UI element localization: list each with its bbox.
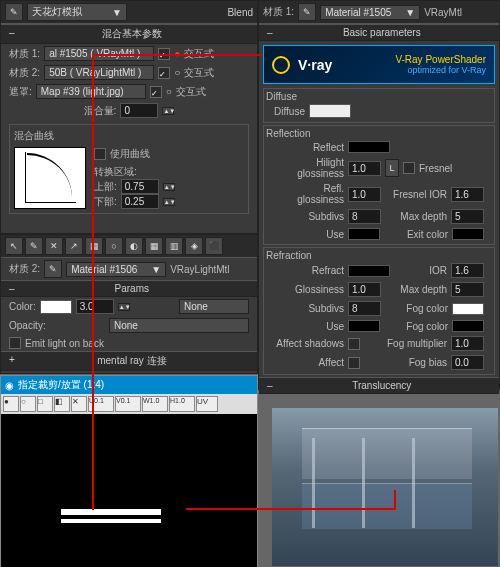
annotation-line <box>186 508 396 510</box>
material-name-dropdown[interactable]: Material #1505▼ <box>320 5 420 20</box>
blend-title: 天花灯模拟 <box>32 5 82 19</box>
crop-viewport[interactable] <box>1 414 257 567</box>
blend-basic-section[interactable]: – 混合基本参数 <box>1 24 257 44</box>
color-map-slot[interactable]: None <box>179 299 249 314</box>
light-strip <box>61 519 161 523</box>
annotation-line <box>394 490 396 510</box>
annotation-line <box>92 54 94 510</box>
color-swatch[interactable] <box>40 300 72 314</box>
crop-titlebar[interactable]: ◉ 指定裁剪/放置 (1:4) <box>1 376 257 394</box>
upper-input[interactable]: 0.75 <box>121 179 159 194</box>
x-icon[interactable]: ✕ <box>45 237 63 255</box>
opacity-map-slot[interactable]: None <box>109 318 249 333</box>
crop-toolbar: ● ○ □ ◧ ✕ U0.1 V0.1 W1.0 H1.0 UV <box>1 394 257 414</box>
mask-label: 遮罩: <box>9 85 32 99</box>
vraylight-toolbar: ↖ ✎ ✕ ↗ ▦ ○ ◐ ▦ ▥ ◈ ⬛ <box>1 235 257 258</box>
emit-back-check[interactable] <box>9 337 21 349</box>
color-mult-input[interactable]: 3.0 <box>76 299 114 314</box>
vray-circle-icon <box>272 56 290 74</box>
dropper-icon[interactable]: ✎ <box>298 3 316 21</box>
vraylight-panel: ↖ ✎ ✕ ↗ ▦ ○ ◐ ▦ ▥ ◈ ⬛ 材质 2: ✎ Material #… <box>0 234 258 374</box>
dropper-icon[interactable]: ✎ <box>5 3 23 21</box>
material-type: Blend <box>227 7 253 18</box>
mix-amount-input[interactable]: 0 <box>120 103 158 118</box>
uv-button[interactable]: UV <box>196 396 218 412</box>
params-section[interactable]: –Params <box>1 280 257 297</box>
reflect-swatch[interactable] <box>348 141 390 153</box>
use-curve-check[interactable] <box>94 148 106 160</box>
pick-icon[interactable]: ↖ <box>5 237 23 255</box>
spinner-icon[interactable]: ▲▼ <box>162 107 174 115</box>
blend-header: ✎ 天花灯模拟▼ Blend <box>1 1 257 24</box>
material-name-dropdown[interactable]: Material #1506▼ <box>66 262 166 277</box>
light-strip <box>61 509 161 515</box>
mask-enable[interactable] <box>150 86 162 98</box>
mat2-slot[interactable]: 50B ( VRayLightMtl ) <box>44 65 154 80</box>
vraymtl-panel: 材质 1: ✎ Material #1505▼ VRayMtl –Basic p… <box>258 0 500 390</box>
diffuse-swatch[interactable] <box>309 104 351 118</box>
vray-logo: V·ray V-Ray PowerShader optimized for V-… <box>263 45 495 84</box>
app-icon: ◉ <box>5 380 14 391</box>
render-preview <box>272 408 498 566</box>
annotation-line <box>92 54 262 56</box>
tool-button[interactable]: ● <box>3 396 19 412</box>
dropper-icon[interactable]: ✎ <box>25 237 43 255</box>
blend-material-panel: ✎ 天花灯模拟▼ Blend – 混合基本参数 材质 1: al #1505 (… <box>0 0 258 234</box>
mat2-enable[interactable] <box>158 67 170 79</box>
crop-window: ◉ 指定裁剪/放置 (1:4) ● ○ □ ◧ ✕ U0.1 V0.1 W1.0… <box>0 375 258 567</box>
mask-slot[interactable]: Map #39 (light.jpg) <box>36 84 146 99</box>
mat1-label: 材质 1: <box>9 47 40 61</box>
material-name-dropdown[interactable]: 天花灯模拟▼ <box>27 3 127 21</box>
refract-swatch[interactable] <box>348 265 390 277</box>
lower-input[interactable]: 0.25 <box>121 194 159 209</box>
mat2-label: 材质 2: <box>9 66 40 80</box>
lock-button[interactable]: L <box>385 159 399 177</box>
dropper-icon[interactable]: ✎ <box>44 260 62 278</box>
curve-preview <box>14 147 86 209</box>
